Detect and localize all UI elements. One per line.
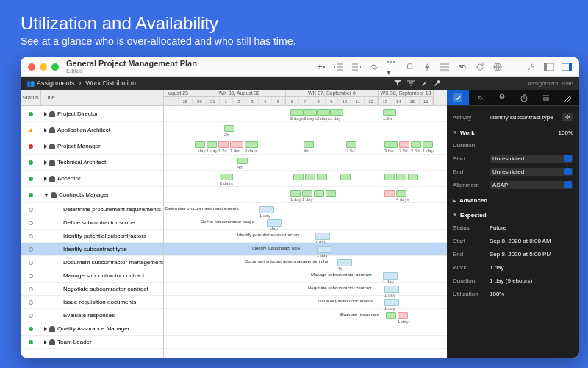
gantt-bar[interactable] [396,190,406,197]
table-row[interactable]: Acceptor [21,171,163,187]
indent-icon[interactable] [351,62,362,72]
table-row[interactable]: Application Architect [21,122,163,138]
gantt-row[interactable]: Negotiate subcontractor contract1 day [164,283,447,296]
gantt-bar[interactable] [423,141,433,148]
gantt-bar[interactable] [305,174,315,180]
gantt-bar[interactable] [293,174,304,180]
gantt-bar[interactable] [346,141,356,148]
gantt-bar[interactable] [245,141,258,148]
gantt-row[interactable]: 1 day1 day1.2d1.4w2 days4h3.5d3.6w2.5d2.… [164,138,447,155]
table-row[interactable]: Determine procurement requirements [21,203,163,216]
brush-icon[interactable] [420,79,428,87]
table-row[interactable]: Document subcontractor management plan [21,256,163,269]
tab-timer[interactable] [513,90,535,105]
gantt-bar[interactable] [384,174,395,180]
more-icon[interactable]: ⋯▾ [387,62,397,72]
gantt-bar[interactable] [408,174,418,180]
gantt-bar[interactable] [290,190,301,197]
3d-icon[interactable]: 3D [457,62,467,72]
tab-link[interactable] [469,90,491,105]
gantt-bar[interactable] [195,141,205,148]
gantt-bar[interactable] [384,286,399,293]
gantt-row[interactable]: Identify potential subcontractors1 day [164,230,447,243]
column-header-title[interactable]: Title [41,90,163,105]
gantt-bar[interactable] [399,141,409,148]
filter-icon[interactable] [394,79,401,87]
gantt-row[interactable]: 4h [164,155,447,171]
gantt-bar[interactable] [224,125,234,132]
table-row[interactable]: Project Manager [21,138,163,155]
zoom-icon[interactable] [51,63,59,71]
gantt-bar[interactable] [384,190,395,197]
refresh-icon[interactable] [475,62,485,72]
table-row[interactable]: Contracts Manager [21,187,163,203]
breadcrumb-assignments[interactable]: 👥 Assignments [26,79,75,87]
gantt-bar[interactable] [398,312,408,319]
gantt-row[interactable]: 1 day1 day4 days [164,187,447,203]
tab-list[interactable] [535,90,557,105]
end-dropdown[interactable]: Unrestricted [490,168,573,176]
gantt-row[interactable]: Document subcontractor management plan4h [164,256,447,269]
gantt-bar[interactable] [317,109,330,116]
bolt-icon[interactable] [422,62,432,72]
gantt-bar[interactable] [315,233,330,240]
gantt-bar[interactable] [317,174,327,180]
gantt-bar[interactable] [314,190,324,197]
gantt-row[interactable]: Evaluate responses1 day [164,309,447,322]
tab-level[interactable] [491,90,513,105]
table-row[interactable]: Evaluate responses [21,309,163,322]
gantt-bar[interactable] [383,109,396,116]
gantt-bar[interactable] [330,109,343,116]
table-row[interactable]: Manage subcontractor contract [21,269,163,283]
section-advanced[interactable]: Advanced [453,194,573,206]
start-dropdown[interactable]: Unrestricted [490,155,573,163]
gantt-row[interactable]: 2 days [164,171,447,187]
minimize-icon[interactable] [40,63,47,71]
gantt-row[interactable]: 2h [164,122,447,138]
gantt-row[interactable]: Manage subcontractor contract1 day [164,269,447,283]
window-icon[interactable] [544,62,554,72]
gantt-bar[interactable] [383,272,398,280]
tools-icon[interactable] [526,62,537,72]
gantt-bar[interactable] [304,109,317,116]
gantt-bar[interactable] [317,246,331,253]
sort-icon[interactable] [407,79,415,87]
gantt-bar[interactable] [337,259,352,266]
gantt-bar[interactable] [384,299,399,306]
outdent-icon[interactable] [334,62,344,72]
table-row[interactable]: Identify subcontract type [21,243,163,256]
tab-edit[interactable] [557,90,579,105]
gantt-row[interactable]: Define subcontractor scope1 day [164,216,447,230]
list-icon[interactable] [440,62,450,72]
gantt-bar[interactable] [259,206,274,213]
table-row[interactable]: Project Director [21,106,163,122]
gantt-bar[interactable] [304,141,314,148]
inspector-toggle-icon[interactable] [562,62,572,72]
link-icon[interactable] [369,62,379,72]
wrench-icon[interactable] [434,79,441,87]
gantt-row[interactable] [164,336,447,349]
globe-icon[interactable] [492,62,503,72]
gantt-bar[interactable] [340,174,351,180]
gantt-bar[interactable] [218,141,229,148]
goto-activity-button[interactable] [562,113,573,121]
gantt-bar[interactable] [411,141,421,148]
gantt-row[interactable]: Issue requisition documents1 day [164,296,447,309]
gantt-bar[interactable] [230,141,243,148]
tab-check[interactable] [447,90,469,105]
gantt-bar[interactable] [384,141,398,148]
gantt-bar[interactable] [302,190,312,197]
gantt-row[interactable]: Determine procurement requirements1 day [164,203,447,216]
gantt-bar[interactable] [220,174,233,180]
table-row[interactable]: Identify potential subcontractors [21,230,163,243]
section-work[interactable]: Work100% [453,127,573,138]
close-icon[interactable] [28,63,35,71]
gantt-bar[interactable] [326,190,336,197]
gantt-bar[interactable] [267,219,282,227]
gantt-bar[interactable] [290,109,304,116]
table-row[interactable]: Define subcontractor scope [21,216,163,230]
gantt-bar[interactable] [207,141,217,148]
table-row[interactable]: Technical Architect [21,155,163,171]
alignment-dropdown[interactable]: ASAP [490,181,573,189]
bell-icon[interactable] [404,62,415,72]
